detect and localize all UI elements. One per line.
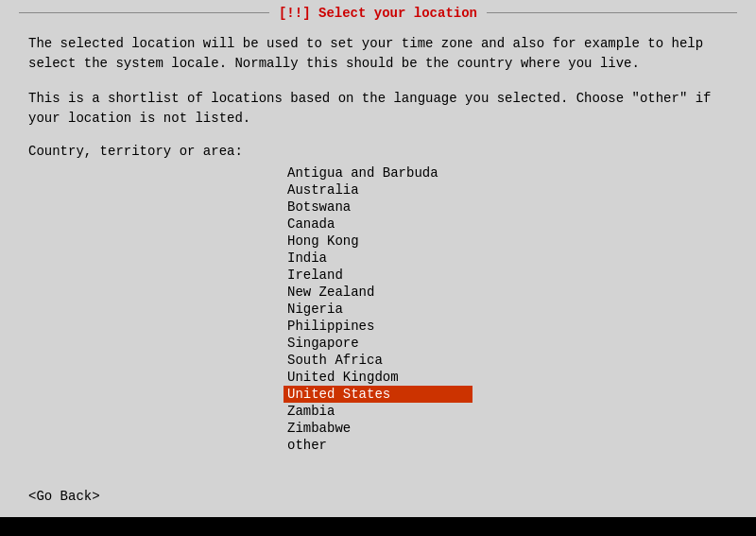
shortlist-text: This is a shortlist of locations based o… bbox=[28, 89, 728, 129]
list-item[interactable]: Zimbabwe bbox=[284, 420, 472, 437]
list-item[interactable]: India bbox=[284, 250, 472, 267]
shortlist-line1: This is a shortlist of locations based o… bbox=[28, 89, 728, 109]
list-item[interactable]: Nigeria bbox=[284, 301, 472, 318]
list-item[interactable]: Zambia bbox=[284, 403, 472, 420]
title-bar: [!!] Select your location bbox=[0, 0, 756, 25]
list-label: Country, territory or area: bbox=[28, 144, 728, 159]
list-item[interactable]: New Zealand bbox=[284, 284, 472, 301]
list-item[interactable]: Singapore bbox=[284, 335, 472, 352]
list-item[interactable]: United States bbox=[284, 386, 472, 403]
list-item[interactable]: South Africa bbox=[284, 352, 472, 369]
shortlist-line2: your location is not listed. bbox=[28, 109, 728, 129]
go-back-button[interactable]: <Go Back> bbox=[28, 489, 100, 504]
list-item[interactable]: Hong Kong bbox=[284, 233, 472, 250]
list-item[interactable]: Botswana bbox=[284, 199, 472, 216]
taskbar bbox=[0, 517, 756, 536]
list-item[interactable]: Canada bbox=[284, 216, 472, 233]
list-item[interactable]: Ireland bbox=[284, 267, 472, 284]
list-item[interactable]: Australia bbox=[284, 182, 472, 199]
description-line1: The selected location will be used to se… bbox=[28, 34, 728, 54]
description-line2: select the system locale. Normally this … bbox=[28, 54, 728, 74]
list-item[interactable]: United Kingdom bbox=[284, 369, 472, 386]
list-item[interactable]: Philippines bbox=[284, 318, 472, 335]
description: The selected location will be used to se… bbox=[28, 34, 728, 74]
country-list: Antigua and BarbudaAustraliaBotswanaCana… bbox=[28, 164, 728, 454]
dialog-title: [!!] Select your location bbox=[269, 6, 487, 21]
list-item[interactable]: Antigua and Barbuda bbox=[284, 164, 472, 182]
list-item[interactable]: other bbox=[284, 437, 472, 454]
